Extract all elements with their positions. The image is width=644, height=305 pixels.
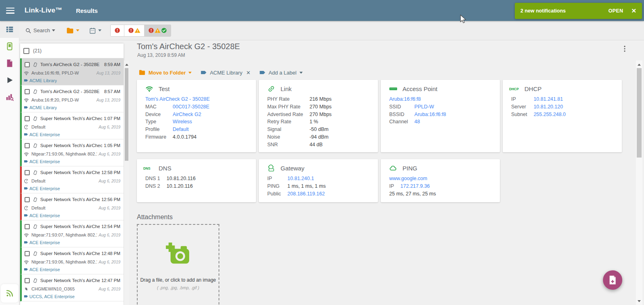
rail-item-analysis[interactable] [0, 89, 19, 106]
date-filter-button[interactable] [89, 27, 101, 34]
list-item[interactable]: Super Network Tech's AirCheckG21:05 PMNt… [20, 139, 124, 166]
gateway-icon [265, 164, 277, 172]
field-value[interactable]: Wireless [173, 118, 250, 126]
scroll-down-icon[interactable] [636, 298, 642, 304]
create-report-fab[interactable] [603, 270, 622, 290]
result-item-labels: ACE Enterprise [29, 213, 60, 218]
field-value[interactable]: Tom's AirCheck G2 - 35028E [145, 95, 250, 103]
field-value[interactable]: 208.186.119.162 [287, 190, 372, 198]
status-filter-group [110, 25, 171, 37]
result-checkbox[interactable] [25, 278, 30, 283]
field-value: 4.0.0.1794 [173, 133, 250, 141]
rail-item-media[interactable] [0, 72, 19, 89]
ethernet-icon [24, 286, 29, 292]
card-ping: PINGwww.google.comIP172.217.9.3625 ms, 2… [381, 159, 500, 202]
main-scrollbar[interactable] [636, 60, 642, 305]
result-checkbox[interactable] [25, 116, 30, 121]
filter-errors[interactable] [111, 25, 124, 36]
result-checkbox[interactable] [25, 62, 30, 67]
chart-search-icon [5, 93, 14, 102]
field-value[interactable]: AirCheck G2 [173, 111, 250, 118]
remove-label-icon[interactable]: ✕ [246, 70, 250, 76]
card-title-text: Test [159, 85, 170, 92]
device-tag-icon [33, 170, 38, 175]
results-toolbar: Search [19, 21, 644, 40]
scroll-up-icon[interactable] [636, 62, 642, 67]
add-label-button[interactable]: Add a Label [259, 69, 302, 76]
list-scrollbar-thumb[interactable] [125, 68, 128, 161]
rail-item-live-feed[interactable] [1, 284, 19, 303]
field-label: IP [389, 183, 394, 190]
list-item[interactable]: Tom's AirCheck G2 - 35028E8:57 AMAruba:1… [20, 85, 124, 112]
label-tag-icon [24, 132, 28, 137]
result-checkbox[interactable] [25, 197, 30, 202]
field-label: MAC [145, 103, 166, 111]
result-checkbox[interactable] [25, 89, 30, 94]
device-tag-icon [33, 62, 38, 67]
field-label: SSID [389, 103, 408, 111]
result-item-title: Super Network Tech's AirCheckG2 [40, 197, 100, 202]
field-value[interactable]: PPLD-W [415, 103, 493, 111]
field-value[interactable]: 48 [415, 118, 493, 126]
result-item-title: Super Network Tech's AirCheckG2 [40, 170, 100, 175]
doc-plus-icon [609, 275, 617, 285]
result-item-time: 12:48 PM [101, 251, 120, 256]
card-link: LinkPHY Rate216 MbpsMax PHY Rate270 Mbps… [259, 80, 378, 152]
result-item-labels: ACME Library [29, 78, 57, 83]
list-item[interactable]: Super Network Tech's AirCheckG21:07 PMDe… [20, 112, 124, 139]
notification-open-button[interactable]: OPEN [608, 8, 623, 14]
list-item[interactable]: Super Network Tech's AirCheckG212:54 PMN… [20, 220, 124, 247]
move-to-folder-button[interactable]: Move to Folder [138, 69, 192, 76]
field-value[interactable]: 10.81.241.81 [534, 95, 615, 103]
select-all-checkbox[interactable] [23, 48, 29, 54]
rail-item-reports[interactable] [0, 55, 19, 72]
field-value[interactable]: Aruba:16:f6:f8 [415, 111, 493, 118]
result-checkbox[interactable] [25, 224, 30, 229]
list-item[interactable]: Super Network Tech's AirCheckG212:48 PMN… [20, 247, 124, 274]
field-value[interactable]: 255.255.248.0 [534, 111, 615, 118]
list-scrollbar[interactable] [124, 60, 129, 305]
field-label: DNS 1 [145, 175, 160, 183]
gauge-icon [24, 205, 29, 211]
result-checkbox[interactable] [25, 143, 30, 148]
filter-all-results[interactable] [144, 25, 171, 36]
menu-button[interactable] [6, 8, 14, 14]
wifi-small-icon [24, 151, 29, 157]
list-item[interactable]: Super Network Tech's AirCheckG212:58 PMD… [20, 166, 124, 193]
result-item-title: Super Network Tech's AirCheckG2 [40, 251, 100, 256]
list-item[interactable]: Tom's AirCheck G2 - 35028E8:59 AMAruba:1… [20, 58, 124, 85]
gauge-icon [24, 124, 29, 130]
label-chip-acme-library[interactable]: ACME Library ✕ [200, 69, 250, 76]
main-scrollbar-thumb[interactable] [637, 68, 642, 158]
rail-item-results[interactable] [0, 21, 19, 38]
result-item-date: Aug 6, 2019 [99, 206, 120, 210]
attachment-dropzone[interactable]: Drag a file, or click to add an image ( … [137, 224, 219, 305]
filter-errors-warnings[interactable] [124, 25, 144, 36]
list-item[interactable]: Super Network Tech's AirCheckG212:47 PMC… [20, 274, 124, 301]
list-item[interactable]: Super Network Tech's AirCheckG212:56 PMD… [20, 193, 124, 220]
result-item-time: 12:47 PM [101, 278, 120, 283]
field-value[interactable]: Aruba:16:f6:f8 [389, 95, 493, 103]
warning-icon [134, 27, 140, 33]
scroll-up-icon[interactable] [124, 62, 129, 67]
result-item-title: Super Network Tech's AirCheckG2 [40, 116, 102, 121]
field-value[interactable]: 10.81.20.120 [534, 103, 615, 111]
tab-results[interactable]: Results [76, 7, 98, 14]
folder-filter-button[interactable] [66, 27, 79, 35]
result-checkbox[interactable] [25, 170, 30, 175]
close-icon[interactable]: ✕ [631, 7, 636, 15]
search-button[interactable]: Search [25, 27, 55, 34]
card-gateway: GatewayIP10.81.240.1PING1 ms, 1 ms, 1 ms… [259, 159, 378, 202]
more-options-button[interactable] [621, 44, 629, 53]
field-value[interactable]: Default [173, 126, 250, 133]
field-label: Public [267, 190, 281, 198]
field-value[interactable]: 172.217.9.36 [400, 183, 493, 190]
label-tag-icon [24, 267, 28, 272]
field-value[interactable]: 00C017-35028E [173, 103, 250, 111]
result-checkbox[interactable] [25, 251, 30, 256]
rail-item-units[interactable] [0, 38, 19, 55]
result-item-detail: Ntgear:71:93:06, Nighthawk 802.11ax 5GHz [31, 151, 97, 156]
field-value[interactable]: www.google.com [389, 175, 493, 183]
field-value[interactable]: 10.81.240.1 [287, 175, 372, 183]
field-label: Retry Rate [267, 118, 303, 126]
